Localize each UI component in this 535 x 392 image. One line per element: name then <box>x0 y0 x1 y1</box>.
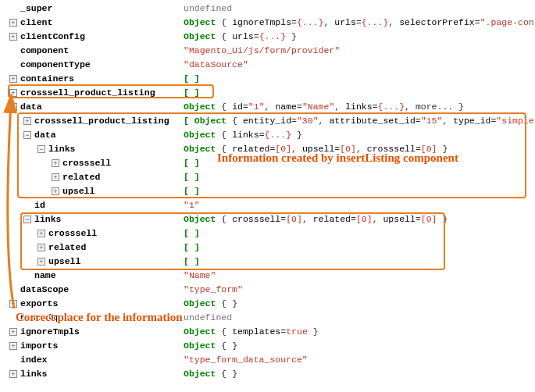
expand-icon[interactable]: + <box>37 244 45 251</box>
prop-key[interactable]: client <box>20 16 52 30</box>
prop-key[interactable]: related <box>48 241 86 255</box>
prop-upsell-inner: +upsell [ ] <box>0 184 535 198</box>
prop-key[interactable]: crosssell <box>48 226 97 241</box>
prop-value[interactable]: Object { urls={...} } <box>184 30 297 44</box>
prop-component: component "Magento_Ui/js/form/provider" <box>0 44 535 58</box>
prop-value: undefined <box>184 2 232 16</box>
prop-key[interactable]: _super <box>20 2 52 16</box>
collapse-icon[interactable]: − <box>23 131 31 139</box>
prop-key[interactable]: index <box>20 353 48 367</box>
prop-containers: +containers [ ] <box>0 72 535 86</box>
expand-icon[interactable]: + <box>37 230 45 237</box>
prop-value[interactable]: Object { crosssell=[0], related=[0], ups… <box>184 212 448 226</box>
prop-value[interactable]: Object { links={...} } <box>184 128 302 142</box>
prop-upsell-outer: +upsell [ ] <box>0 255 535 269</box>
expand-icon[interactable]: + <box>9 328 17 336</box>
prop-key[interactable]: links <box>34 212 62 226</box>
prop-key[interactable]: id <box>34 198 45 212</box>
prop-value[interactable]: Object { } <box>184 339 237 353</box>
prop-key[interactable]: imports <box>20 339 58 353</box>
prop-data: −data Object { id="1", name="Name", link… <box>0 100 535 114</box>
prop-key[interactable]: upsell <box>62 184 95 198</box>
prop-key[interactable]: componentType <box>20 58 91 72</box>
prop-value[interactable]: [ ] <box>184 241 200 255</box>
prop-client: +client Object { ignoreTmpls={...}, urls… <box>0 16 535 30</box>
prop-crosssell-inner: +crosssell [ ] <box>0 156 535 170</box>
prop-value: "1" <box>184 198 200 212</box>
expand-icon[interactable]: + <box>9 33 17 41</box>
prop-ignoreTmpls: +ignoreTmpls Object { templates=true } <box>0 325 535 339</box>
prop-value[interactable]: Object { } <box>184 297 237 311</box>
prop-key[interactable]: crosssell_product_listing <box>20 86 155 100</box>
prop-componentType: componentType "dataSource" <box>0 58 535 72</box>
prop-key[interactable]: related <box>62 170 100 184</box>
prop-value: "type_form" <box>184 283 243 297</box>
prop-value[interactable]: [ ] <box>184 72 200 86</box>
prop-value[interactable]: [ ] <box>184 170 200 184</box>
prop-data-inner: −data Object { links={...} } <box>0 128 535 142</box>
prop-key[interactable]: name <box>34 269 56 283</box>
expand-icon[interactable]: + <box>37 258 45 265</box>
prop-value[interactable]: Object { templates=true } <box>184 325 319 339</box>
prop-hasUnique: hasUnique undefined <box>0 311 535 325</box>
prop-key[interactable]: links <box>20 367 48 381</box>
prop-key[interactable]: ignoreTmpls <box>20 325 80 339</box>
prop-crosssell_product_listing-inner: +crosssell_product_listing [ Object { en… <box>0 114 535 128</box>
prop-value: "Name" <box>184 269 216 283</box>
prop-key[interactable]: data <box>20 100 42 114</box>
prop-value[interactable]: [ Object { entity_id="30", attribute_set… <box>184 114 535 128</box>
expand-icon[interactable]: + <box>9 342 17 350</box>
collapse-icon[interactable]: − <box>23 216 31 223</box>
prop-value[interactable]: Object { } <box>184 367 237 381</box>
prop-key[interactable]: component <box>20 44 69 58</box>
prop-crosssell-outer: +crosssell [ ] <box>0 226 535 241</box>
prop-value: undefined <box>184 311 232 325</box>
prop-value: "Magento_Ui/js/form/provider" <box>184 44 340 58</box>
prop-value[interactable]: Object { related=[0], upsell=[0], crosss… <box>184 142 448 156</box>
prop-links-outer: −links Object { crosssell=[0], related=[… <box>0 212 535 226</box>
expand-icon[interactable]: + <box>9 19 17 27</box>
prop-key[interactable]: dataScope <box>20 283 69 297</box>
expand-icon[interactable]: + <box>9 75 17 83</box>
prop-value[interactable]: [ ] <box>184 226 200 241</box>
prop-key[interactable]: hasUnique <box>20 311 69 325</box>
prop-value[interactable]: [ ] <box>184 86 200 100</box>
prop-_super: _super undefined <box>0 2 535 16</box>
prop-index: index "type_form_data_source" <box>0 353 535 367</box>
expand-icon[interactable]: + <box>52 187 59 195</box>
prop-key[interactable]: upsell <box>48 255 80 269</box>
collapse-icon[interactable]: − <box>9 103 17 111</box>
prop-value[interactable]: Object { ignoreTmpls={...}, urls={...}, … <box>184 16 535 30</box>
expand-icon[interactable]: + <box>52 159 59 167</box>
prop-clientConfig: +clientConfig Object { urls={...} } <box>0 30 535 44</box>
prop-related-outer: +related [ ] <box>0 241 535 255</box>
prop-key[interactable]: exports <box>20 297 58 311</box>
prop-value[interactable]: [ ] <box>184 255 200 269</box>
prop-value[interactable]: [ ] <box>184 184 200 198</box>
expand-icon[interactable]: + <box>9 89 17 97</box>
prop-related-inner: +related [ ] <box>0 170 535 184</box>
prop-imports: +imports Object { } <box>0 339 535 353</box>
prop-name: name "Name" <box>0 269 535 283</box>
prop-value[interactable]: Object { id="1", name="Name", links={...… <box>184 100 464 114</box>
prop-id: id "1" <box>0 198 535 212</box>
prop-key[interactable]: data <box>34 128 56 142</box>
prop-value[interactable]: [ ] <box>184 156 200 170</box>
expand-icon[interactable]: + <box>9 300 17 308</box>
prop-key[interactable]: clientConfig <box>20 30 85 44</box>
expand-icon[interactable]: + <box>52 173 59 181</box>
prop-links-inner: −links Object { related=[0], upsell=[0],… <box>0 142 535 156</box>
prop-exports: +exports Object { } <box>0 297 535 311</box>
prop-key[interactable]: containers <box>20 72 74 86</box>
prop-links-bottom: +links Object { } <box>0 367 535 381</box>
expand-icon[interactable]: + <box>23 117 31 125</box>
prop-value: "type_form_data_source" <box>184 353 308 367</box>
prop-key[interactable]: crosssell <box>62 156 111 170</box>
prop-value: "dataSource" <box>184 58 248 72</box>
prop-dataScope: dataScope "type_form" <box>0 283 535 297</box>
prop-key[interactable]: crosssell_product_listing <box>34 114 169 128</box>
expand-icon[interactable]: + <box>9 370 17 378</box>
prop-key[interactable]: links <box>48 142 76 156</box>
prop-crosssell_product_listing-outer: +crosssell_product_listing [ ] <box>0 86 535 100</box>
collapse-icon[interactable]: − <box>37 145 45 153</box>
